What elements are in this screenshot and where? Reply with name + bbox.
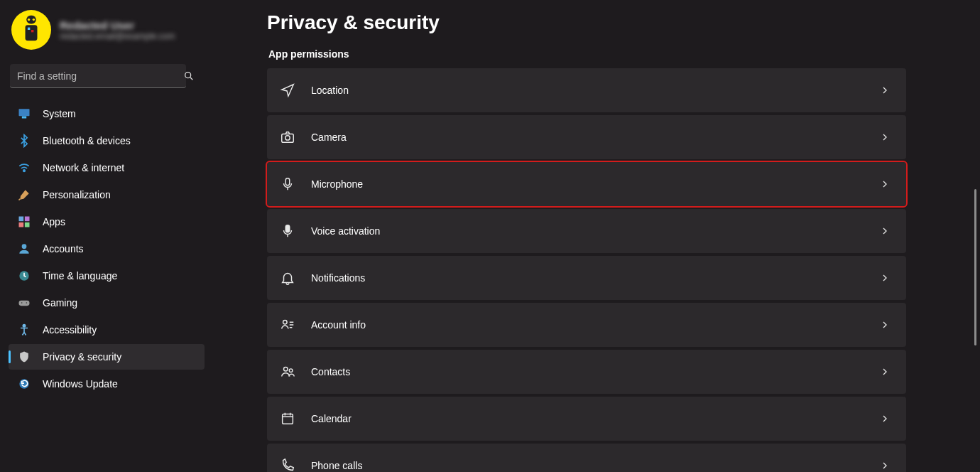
permission-item-label: Account info: [311, 319, 864, 331]
search-icon: [183, 70, 195, 82]
chevron-right-icon: [879, 178, 891, 190]
profile-name: Redacted User: [60, 19, 175, 31]
chevron-right-icon: [879, 413, 891, 424]
sidebar-item-system[interactable]: System: [9, 101, 205, 127]
search-wrap: [10, 64, 203, 88]
sidebar-item-bluetooth[interactable]: Bluetooth & devices: [9, 128, 205, 154]
svg-rect-13: [19, 222, 24, 227]
svg-point-10: [23, 170, 26, 172]
chevron-right-icon: [879, 85, 891, 96]
permission-item-notifications[interactable]: Notifications: [267, 256, 906, 300]
chevron-right-icon: [879, 366, 891, 377]
apps-icon: [17, 215, 31, 229]
sidebar-item-update[interactable]: Windows Update: [9, 371, 205, 397]
permission-item-label: Voice activation: [311, 225, 864, 237]
people-icon: [280, 364, 295, 380]
sidebar-item-label: Windows Update: [43, 378, 118, 390]
svg-rect-29: [283, 414, 293, 424]
section-header: App permissions: [268, 48, 906, 60]
svg-point-23: [285, 136, 290, 140]
permission-item-voice[interactable]: Voice activation: [267, 209, 906, 253]
permission-item-calendar[interactable]: Calendar: [267, 397, 906, 441]
search-input[interactable]: [10, 64, 186, 88]
sidebar-item-time[interactable]: Time & language: [9, 263, 205, 289]
person-icon: [17, 242, 31, 256]
permission-item-phonecalls[interactable]: Phone calls: [267, 444, 906, 472]
chevron-right-icon: [879, 272, 891, 284]
chevron-right-icon: [879, 460, 891, 471]
permission-item-camera[interactable]: Camera: [267, 115, 906, 159]
svg-rect-1: [26, 25, 38, 41]
page-title: Privacy & security: [267, 11, 906, 34]
svg-point-20: [23, 325, 25, 327]
chevron-right-icon: [879, 132, 891, 143]
chevron-right-icon: [879, 225, 891, 237]
svg-rect-14: [25, 222, 30, 227]
nav: System Bluetooth & devices Network & int…: [9, 101, 205, 397]
svg-rect-11: [19, 217, 24, 222]
bell-icon: [280, 270, 295, 286]
globe-clock-icon: [17, 269, 31, 283]
permission-item-accountinfo[interactable]: Account info: [267, 303, 906, 347]
svg-rect-24: [285, 178, 290, 186]
sidebar: Redacted User redacted.email@example.com…: [0, 0, 213, 472]
svg-point-19: [26, 302, 28, 304]
svg-point-18: [21, 302, 23, 304]
permission-item-label: Contacts: [311, 366, 864, 377]
profile-block[interactable]: Redacted User redacted.email@example.com: [9, 7, 205, 60]
sidebar-item-label: Accounts: [43, 243, 84, 254]
sidebar-item-gaming[interactable]: Gaming: [9, 290, 205, 316]
profile-email: redacted.email@example.com: [60, 31, 175, 41]
permission-item-label: Calendar: [311, 413, 864, 424]
accessibility-icon: [17, 323, 31, 337]
svg-line-7: [190, 77, 192, 80]
svg-point-27: [284, 368, 288, 372]
permission-item-label: Camera: [311, 132, 864, 143]
sidebar-item-apps[interactable]: Apps: [9, 209, 205, 235]
bluetooth-icon: [17, 134, 31, 148]
svg-rect-5: [31, 30, 33, 32]
permission-item-label: Microphone: [311, 178, 864, 190]
scrollbar-thumb[interactable]: [974, 189, 976, 345]
sidebar-item-label: Apps: [43, 216, 65, 227]
svg-rect-25: [285, 225, 290, 232]
svg-point-2: [28, 18, 30, 21]
sidebar-item-label: Personalization: [43, 189, 111, 200]
camera-icon: [280, 129, 295, 145]
sidebar-item-network[interactable]: Network & internet: [9, 155, 205, 181]
sidebar-item-accounts[interactable]: Accounts: [9, 236, 205, 262]
paintbrush-icon: [17, 188, 31, 202]
permission-item-label: Location: [311, 85, 864, 96]
permission-item-label: Notifications: [311, 272, 864, 284]
permission-item-microphone[interactable]: Microphone: [267, 162, 906, 206]
sidebar-item-privacy[interactable]: Privacy & security: [9, 344, 205, 370]
permission-item-location[interactable]: Location: [267, 68, 906, 112]
svg-point-3: [33, 18, 35, 21]
scrollbar[interactable]: [974, 61, 977, 465]
sidebar-item-personalization[interactable]: Personalization: [9, 182, 205, 208]
microphone-icon: [280, 176, 295, 192]
svg-point-6: [185, 73, 191, 78]
permission-list: Location Camera Microphone: [267, 68, 906, 472]
sidebar-item-label: Bluetooth & devices: [43, 135, 131, 146]
voice-icon: [280, 223, 295, 239]
gamepad-icon: [17, 296, 31, 310]
permission-item-contacts[interactable]: Contacts: [267, 350, 906, 394]
svg-point-15: [22, 244, 27, 249]
sidebar-item-label: Gaming: [43, 297, 77, 309]
sidebar-item-accessibility[interactable]: Accessibility: [9, 317, 205, 343]
svg-rect-4: [28, 28, 30, 30]
wifi-icon: [17, 161, 31, 175]
svg-rect-9: [23, 117, 26, 118]
svg-rect-8: [19, 109, 30, 116]
sidebar-item-label: System: [43, 108, 76, 119]
svg-point-26: [283, 321, 288, 325]
sidebar-item-label: Time & language: [43, 270, 117, 281]
avatar: [11, 10, 51, 50]
svg-rect-12: [25, 217, 30, 222]
phone-icon: [280, 458, 295, 472]
sidebar-item-label: Privacy & security: [43, 351, 121, 363]
svg-point-28: [289, 369, 293, 372]
chevron-right-icon: [879, 319, 891, 331]
permission-item-label: Phone calls: [311, 460, 864, 471]
